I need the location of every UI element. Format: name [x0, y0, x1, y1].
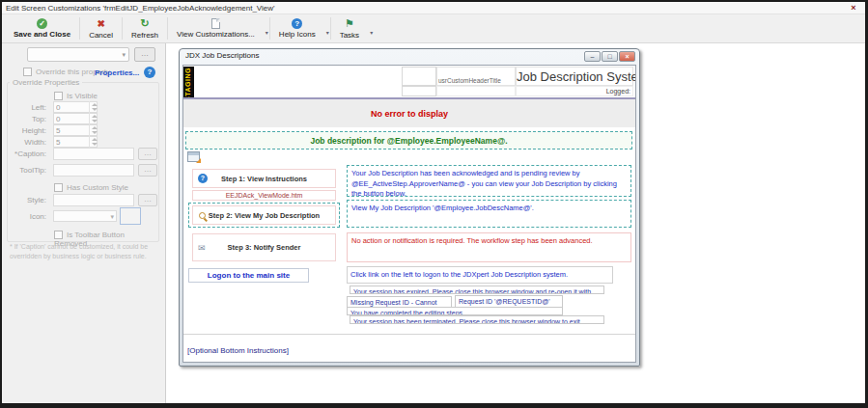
properties-panel: ▾ … Override this property Properties...…: [2, 43, 166, 403]
save-and-close-button[interactable]: ✓ Save and Close: [6, 14, 78, 42]
status-terminated: Your session has been terminated. Please…: [350, 315, 604, 324]
is-visible-row: Is Visible: [54, 92, 98, 100]
view-mode-file[interactable]: EEJDAck_ViewMode.htm: [192, 190, 336, 201]
step1-message: Your Job Description has been acknowledg…: [347, 165, 631, 197]
step2-message: View My Job Description '@Employee.JobDe…: [347, 200, 631, 228]
custom-header-field: usrCustomHeaderTitle: [436, 67, 516, 86]
is-visible-label: Is Visible: [67, 92, 98, 100]
toolbar: ✓ Save and Close ✖ Cancel ↻ Refresh View…: [2, 14, 865, 43]
dropdown-caret-icon[interactable]: ▾: [326, 21, 329, 36]
step3-message: No action or notification is required. T…: [347, 232, 631, 262]
cancel-button[interactable]: ✖ Cancel: [81, 14, 121, 42]
view-customizations-button[interactable]: View Customizations...: [169, 14, 263, 42]
properties-link[interactable]: Properties...: [95, 68, 139, 77]
style-field[interactable]: [53, 194, 134, 206]
cancel-icon: ✖: [97, 18, 104, 30]
preview-window-title: JDX Job Descriptions: [185, 51, 259, 60]
step1-button[interactable]: ? Step 1: View Instructions: [192, 169, 336, 188]
button-label: Save and Close: [14, 30, 70, 39]
preview-content: STAGING usrCustomHeaderTitle Job Descrip…: [182, 65, 636, 363]
logon-message: Click link on the left to logon to the J…: [347, 266, 613, 284]
button-label: Cancel: [89, 31, 113, 40]
help-icon[interactable]: ?: [144, 67, 155, 78]
override-property-checkbox[interactable]: [23, 68, 32, 76]
toolbar-separator: [79, 17, 80, 40]
dropdown-caret-icon[interactable]: ▾: [370, 21, 373, 36]
step3-label: Step 3: Notify Sender: [228, 243, 301, 252]
toolbar-removed-checkbox[interactable]: [54, 231, 63, 239]
override-properties-group: Override Properties Is Visible Left: Top…: [7, 82, 159, 242]
tooltip-label: ToolTip:: [8, 166, 46, 175]
design-canvas: JDX Job Descriptions – □ × STAGING usrCu…: [167, 43, 865, 403]
browse-button[interactable]: …: [134, 47, 155, 62]
header-cell-empty: [436, 86, 516, 96]
has-custom-style-label: Has Custom Style: [67, 183, 128, 192]
icon-preview-box: [120, 207, 141, 225]
preview-window-controls: – □ ×: [583, 51, 635, 62]
step2-button[interactable]: Step 2: View My Job Description: [192, 205, 336, 225]
step3-button[interactable]: ✉ Step 3: Notify Sender: [192, 233, 336, 261]
button-label: Tasks: [340, 31, 359, 40]
style-browse-button[interactable]: …: [138, 194, 157, 206]
button-label: Help Icons: [279, 30, 316, 39]
refresh-button[interactable]: ↻ Refresh: [124, 14, 166, 42]
toolbar-separator: [122, 17, 123, 40]
tooltip-field[interactable]: [53, 164, 134, 177]
caption-footnote: * If 'Caption' cannot be customized, it …: [10, 242, 156, 261]
system-title: Job Description System: [516, 67, 633, 86]
caption-field[interactable]: [53, 148, 134, 160]
status-session-expired: Your session has expired. Please close t…: [350, 286, 604, 294]
error-banner-text: No error to display: [371, 109, 448, 119]
app-window: Edit Screen Customizations 'frmEditJD_Em…: [0, 0, 868, 408]
step1-label: Step 1: View Instructions: [221, 175, 307, 183]
width-label: Width:: [8, 138, 46, 147]
header-cell-empty: [402, 86, 436, 96]
staging-banner: STAGING: [183, 67, 194, 97]
close-icon[interactable]: ×: [619, 51, 635, 62]
button-label: Refresh: [131, 31, 158, 40]
style-label: Style:: [8, 196, 46, 204]
left-stepper[interactable]: [89, 101, 98, 113]
caption-browse-button[interactable]: …: [138, 148, 157, 160]
refresh-icon: ↻: [140, 18, 149, 30]
height-label: Height:: [8, 126, 46, 135]
job-description-banner: Job description for @Employee.EmployeeNa…: [185, 131, 632, 150]
window-title: Edit Screen Customizations 'frmEditJD_Em…: [6, 4, 275, 13]
step2-selection-outline: Step 2: View My Job Description: [188, 203, 340, 228]
bottom-instructions: [Optional Bottom Instructions]: [187, 346, 289, 355]
minimize-icon[interactable]: –: [584, 51, 601, 62]
toolbar-separator: [167, 17, 168, 40]
has-custom-style-checkbox[interactable]: [54, 183, 63, 192]
envelope-icon: ✉: [198, 243, 206, 253]
top-stepper[interactable]: [89, 113, 98, 124]
edit-form-icon: [187, 151, 200, 162]
toolbar-separator: [330, 17, 331, 40]
question-icon: ?: [198, 174, 208, 183]
chevron-down-icon: ▾: [110, 213, 114, 221]
document-icon: [211, 18, 220, 29]
close-icon[interactable]: ×: [848, 3, 859, 13]
help-icons-button[interactable]: ? Help Icons: [271, 14, 323, 42]
custom-header-field-name: usrCustomHeaderTitle: [438, 77, 501, 84]
magnifier-icon: [199, 212, 206, 219]
maximize-icon[interactable]: □: [602, 51, 618, 62]
caption-label: *Caption:: [8, 150, 46, 158]
window-titlebar: Edit Screen Customizations 'frmEditJD_Em…: [2, 2, 865, 14]
dropdown-caret-icon[interactable]: ▾: [266, 21, 268, 36]
has-custom-style-row: Has Custom Style: [54, 183, 128, 192]
group-title: Override Properties: [10, 78, 82, 87]
main-area: ▾ … Override this property Properties...…: [2, 43, 865, 403]
tooltip-browse-button[interactable]: …: [138, 164, 157, 177]
save-icon: ✓: [37, 18, 47, 29]
tasks-flag-icon: ⚑: [345, 18, 354, 30]
height-stepper[interactable]: [89, 124, 98, 136]
logon-button[interactable]: Logon to the main site: [188, 268, 309, 283]
is-visible-checkbox[interactable]: [54, 92, 63, 100]
tasks-button[interactable]: ⚑ Tasks: [332, 14, 367, 42]
preview-window: JDX Job Descriptions – □ × STAGING usrCu…: [179, 48, 640, 367]
left-label: Left:: [8, 103, 46, 112]
width-stepper[interactable]: [89, 136, 98, 148]
property-selector-combobox[interactable]: ▾: [27, 47, 129, 62]
icon-combobox[interactable]: ▾: [53, 210, 117, 222]
button-label: View Customizations...: [177, 30, 255, 39]
